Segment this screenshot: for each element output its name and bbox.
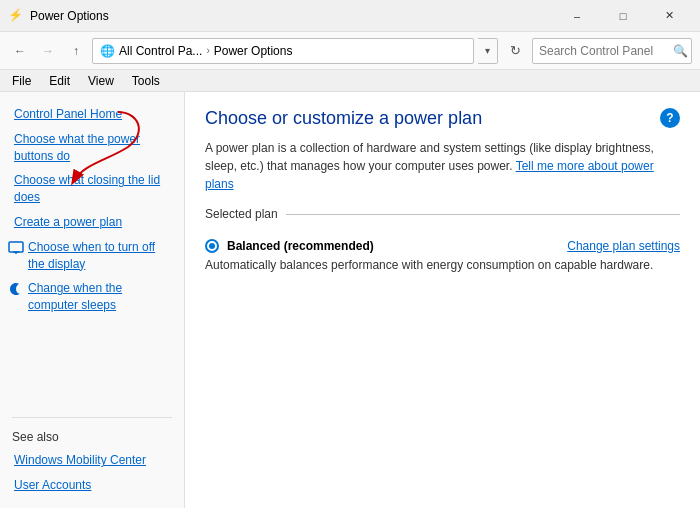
close-button[interactable]: ✕ bbox=[646, 0, 692, 32]
sidebar-item-control-panel-home[interactable]: Control Panel Home bbox=[0, 102, 184, 127]
help-icon-button[interactable]: ? bbox=[660, 108, 680, 128]
address-dropdown-button[interactable]: ▾ bbox=[478, 38, 498, 64]
computer-sleeps-label: Change when the computer sleeps bbox=[28, 280, 172, 314]
plan-radio-inner bbox=[209, 243, 215, 249]
minimize-button[interactable]: – bbox=[554, 0, 600, 32]
address-bar: ← → ↑ 🌐 All Control Pa... › Power Option… bbox=[0, 32, 700, 70]
section-header: Selected plan bbox=[205, 207, 680, 221]
content-title: Choose or customize a power plan bbox=[205, 108, 680, 129]
title-bar: ⚡ Power Options – □ ✕ bbox=[0, 0, 700, 32]
refresh-button[interactable]: ↻ bbox=[502, 38, 528, 64]
search-input[interactable] bbox=[532, 38, 692, 64]
plan-card: Balanced (recommended) Change plan setti… bbox=[205, 231, 680, 282]
section-divider bbox=[286, 214, 680, 215]
change-plan-settings-link[interactable]: Change plan settings bbox=[567, 239, 680, 253]
title-bar-left: ⚡ Power Options bbox=[8, 8, 109, 24]
plan-name: Balanced (recommended) bbox=[205, 239, 374, 253]
window-title: Power Options bbox=[30, 9, 109, 23]
title-bar-controls: – □ ✕ bbox=[554, 0, 692, 32]
display-icon bbox=[8, 240, 24, 256]
content-description: A power plan is a collection of hardware… bbox=[205, 139, 680, 193]
menu-file[interactable]: File bbox=[4, 72, 39, 90]
sidebar-item-user-accounts[interactable]: User Accounts bbox=[0, 473, 184, 498]
menu-bar: File Edit View Tools bbox=[0, 70, 700, 92]
maximize-button[interactable]: □ bbox=[600, 0, 646, 32]
sidebar-nav-section: Control Panel Home Choose what the power… bbox=[0, 102, 184, 326]
sidebar-item-create-plan[interactable]: Create a power plan bbox=[0, 210, 184, 235]
address-path[interactable]: 🌐 All Control Pa... › Power Options bbox=[92, 38, 474, 64]
sidebar-divider bbox=[12, 417, 172, 418]
up-button[interactable]: ↑ bbox=[64, 39, 88, 63]
menu-edit[interactable]: Edit bbox=[41, 72, 78, 90]
forward-button[interactable]: → bbox=[36, 39, 60, 63]
search-wrapper: 🔍 bbox=[532, 38, 692, 64]
plan-description: Automatically balances performance with … bbox=[205, 257, 680, 274]
plan-name-text: Balanced (recommended) bbox=[227, 239, 374, 253]
path-separator1: › bbox=[206, 45, 209, 56]
sidebar-item-closing-lid[interactable]: Choose what closing the lid does bbox=[0, 168, 184, 210]
path-part1: All Control Pa... bbox=[119, 44, 202, 58]
back-button[interactable]: ← bbox=[8, 39, 32, 63]
sidebar-item-computer-sleeps[interactable]: Change when the computer sleeps bbox=[0, 276, 184, 318]
sidebar: Control Panel Home Choose what the power… bbox=[0, 92, 185, 508]
menu-tools[interactable]: Tools bbox=[124, 72, 168, 90]
plan-name-row: Balanced (recommended) Change plan setti… bbox=[205, 239, 680, 253]
search-button[interactable]: 🔍 bbox=[673, 44, 688, 58]
menu-view[interactable]: View bbox=[80, 72, 122, 90]
sidebar-item-mobility-center[interactable]: Windows Mobility Center bbox=[0, 448, 184, 473]
plan-radio[interactable] bbox=[205, 239, 219, 253]
see-also-label: See also bbox=[0, 426, 184, 448]
turn-off-display-label: Choose when to turn off the display bbox=[28, 239, 172, 273]
section-label: Selected plan bbox=[205, 207, 278, 221]
path-icon: 🌐 bbox=[99, 43, 115, 59]
main-layout: Control Panel Home Choose what the power… bbox=[0, 92, 700, 508]
sidebar-item-power-buttons[interactable]: Choose what the power buttons do bbox=[0, 127, 184, 169]
svg-rect-0 bbox=[9, 242, 23, 252]
path-part2: Power Options bbox=[214, 44, 293, 58]
sidebar-item-turn-off-display[interactable]: Choose when to turn off the display bbox=[0, 235, 184, 277]
window-icon: ⚡ bbox=[8, 8, 24, 24]
sleep-icon bbox=[8, 281, 24, 297]
content-area: ? Choose or customize a power plan A pow… bbox=[185, 92, 700, 508]
